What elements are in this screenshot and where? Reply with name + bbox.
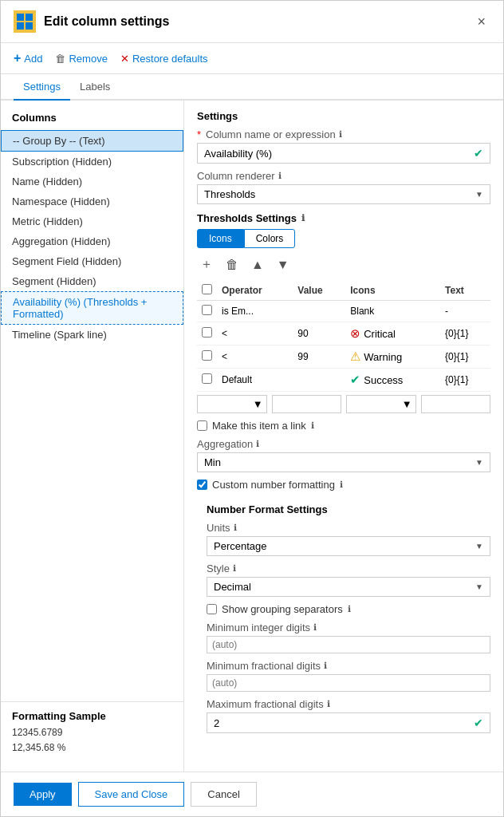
- list-item[interactable]: Name (Hidden): [1, 172, 183, 191]
- row-checkbox[interactable]: [202, 350, 212, 361]
- value-cell: [293, 369, 345, 392]
- dialog-icon: [14, 10, 36, 33]
- toggle-group: Icons Colors: [197, 229, 490, 248]
- restore-defaults-button[interactable]: ✕ Restore defaults: [120, 53, 208, 65]
- threshold-settings-header: Thresholds Settings ℹ: [197, 212, 490, 224]
- icon-label: Critical: [364, 328, 396, 340]
- restore-x-icon: ✕: [120, 53, 129, 65]
- column-name-input[interactable]: Availability (%) ✔: [197, 143, 490, 164]
- bottom-text-input[interactable]: [421, 395, 491, 413]
- cancel-button[interactable]: Cancel: [191, 782, 256, 807]
- trash-icon: 🗑: [55, 53, 65, 65]
- tab-settings[interactable]: Settings: [14, 74, 70, 101]
- list-item[interactable]: Aggregation (Hidden): [1, 231, 183, 251]
- max-fractional-info-icon[interactable]: ℹ: [327, 699, 330, 709]
- icon-label: Success: [364, 374, 403, 386]
- text-cell: {0}{1}: [440, 345, 490, 369]
- threshold-info-icon[interactable]: ℹ: [301, 213, 305, 223]
- list-item[interactable]: Subscription (Hidden): [1, 152, 183, 172]
- threshold-table: Operator Value Icons Text is Em... Blank: [197, 281, 490, 392]
- svg-rect-1: [26, 14, 33, 21]
- units-info-icon[interactable]: ℹ: [234, 523, 237, 533]
- make-link-info-icon[interactable]: ℹ: [311, 420, 314, 431]
- column-name-info-icon[interactable]: ℹ: [339, 129, 342, 140]
- grouping-info-icon[interactable]: ℹ: [348, 604, 351, 614]
- custom-number-label: Custom number formatting: [212, 479, 335, 491]
- chevron-icon: ▼: [402, 398, 412, 410]
- close-button[interactable]: ×: [472, 12, 490, 32]
- bottom-select-right[interactable]: ▼: [346, 395, 416, 413]
- operator-cell: Default: [217, 369, 293, 392]
- add-threshold-button[interactable]: ＋: [197, 255, 216, 274]
- min-integer-input[interactable]: [207, 636, 490, 653]
- move-down-button[interactable]: ▼: [274, 256, 293, 274]
- delete-threshold-button[interactable]: 🗑: [222, 256, 242, 274]
- add-label: Add: [24, 53, 42, 65]
- text-cell: {0}{1}: [440, 369, 490, 392]
- column-renderer-select[interactable]: Thresholds ▼: [197, 184, 490, 204]
- list-item[interactable]: Segment Field (Hidden): [1, 251, 183, 271]
- check-icon: ✔: [474, 147, 483, 160]
- toggle-icons-button[interactable]: Icons: [197, 229, 244, 248]
- icon-label: Warning: [364, 351, 402, 363]
- settings-section-title: Settings: [197, 110, 490, 122]
- aggregation-info-icon[interactable]: ℹ: [256, 439, 259, 449]
- footer: Apply Save and Close Cancel: [1, 772, 503, 816]
- icon-cell: Blank: [345, 301, 440, 322]
- units-chevron-icon: ▼: [475, 542, 483, 551]
- add-button[interactable]: + Add: [14, 51, 42, 65]
- style-info-icon[interactable]: ℹ: [233, 563, 236, 574]
- min-integer-info-icon[interactable]: ℹ: [313, 622, 317, 633]
- success-icon: ✔: [350, 373, 360, 387]
- list-item[interactable]: Metric (Hidden): [1, 211, 183, 231]
- save-close-button[interactable]: Save and Close: [78, 782, 185, 807]
- style-chevron-icon: ▼: [475, 582, 483, 591]
- bottom-value-input[interactable]: [272, 395, 342, 413]
- grouping-checkbox[interactable]: [207, 604, 217, 614]
- custom-number-info-icon[interactable]: ℹ: [340, 480, 343, 490]
- tab-labels[interactable]: Labels: [70, 74, 120, 101]
- custom-number-checkbox[interactable]: [197, 480, 207, 490]
- make-link-row: Make this item a link ℹ: [197, 420, 490, 432]
- formatting-sample-value1: 12345.6789: [12, 725, 172, 740]
- table-row: < 90 ⊗ Critical {0}{1}: [197, 322, 490, 345]
- select-all-checkbox[interactable]: [202, 284, 212, 294]
- bottom-select-left[interactable]: ▼: [197, 395, 267, 413]
- style-select[interactable]: Decimal ▼: [207, 577, 490, 597]
- table-row: < 99 ⚠ Warning {0}{1}: [197, 345, 490, 369]
- move-up-button[interactable]: ▲: [248, 256, 267, 274]
- value-header: Value: [293, 281, 345, 301]
- list-item[interactable]: -- Group By -- (Text): [1, 130, 183, 152]
- text-cell: -: [440, 301, 490, 322]
- formatting-sample-value2: 12,345.68 %: [12, 740, 172, 756]
- remove-button[interactable]: 🗑 Remove: [55, 53, 107, 65]
- min-fractional-input[interactable]: [207, 674, 490, 692]
- list-item[interactable]: Availability (%) (Thresholds + Formatted…: [1, 291, 183, 325]
- row-checkbox[interactable]: [202, 373, 212, 384]
- dialog-title: Edit column settings: [44, 14, 464, 29]
- tabs-bar: Settings Labels: [1, 74, 503, 101]
- max-fractional-input[interactable]: 2 ✔: [207, 712, 490, 733]
- icon-cell: ⚠ Warning: [345, 345, 440, 369]
- icons-header: Icons: [345, 281, 440, 301]
- aggregation-select[interactable]: Min ▼: [197, 452, 490, 472]
- list-item[interactable]: Timeline (Spark line): [1, 325, 183, 345]
- row-checkbox[interactable]: [202, 305, 212, 315]
- min-fractional-info-icon[interactable]: ℹ: [324, 661, 327, 671]
- svg-rect-0: [17, 14, 24, 21]
- list-item[interactable]: Namespace (Hidden): [1, 191, 183, 211]
- list-item[interactable]: Segment (Hidden): [1, 271, 183, 291]
- toggle-colors-button[interactable]: Colors: [244, 229, 296, 248]
- icon-cell: ✔ Success: [345, 369, 440, 392]
- make-link-label: Make this item a link: [212, 420, 306, 432]
- table-row: Default ✔ Success {0}{1}: [197, 369, 490, 392]
- aggregation-label: Aggregation ℹ: [197, 438, 490, 450]
- content-area: Columns -- Group By -- (Text) Subscripti…: [1, 101, 503, 772]
- row-checkbox[interactable]: [202, 327, 212, 337]
- warning-icon: ⚠: [350, 349, 360, 364]
- make-link-checkbox[interactable]: [197, 420, 207, 431]
- renderer-info-icon[interactable]: ℹ: [278, 171, 282, 181]
- apply-button[interactable]: Apply: [14, 783, 72, 806]
- units-select[interactable]: Percentage ▼: [207, 536, 490, 556]
- min-fractional-label: Minimum fractional digits ℹ: [207, 660, 490, 672]
